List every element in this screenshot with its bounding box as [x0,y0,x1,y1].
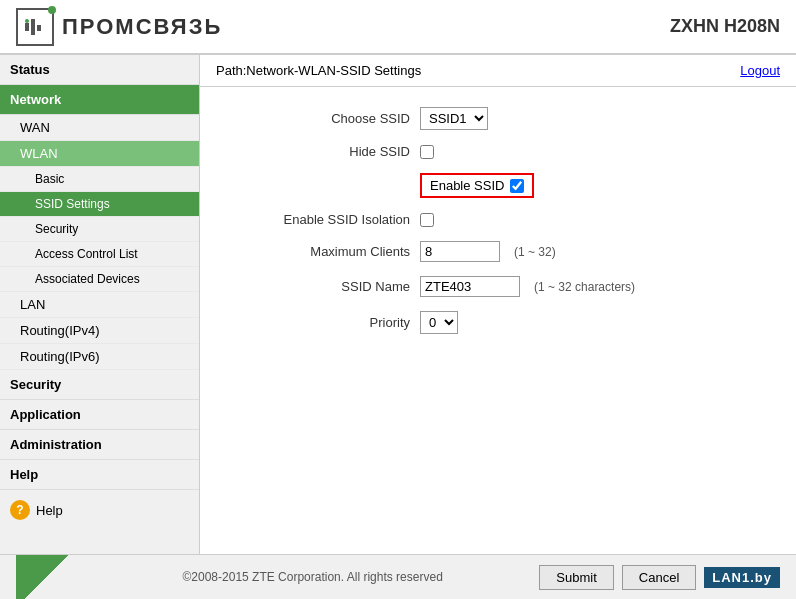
sidebar-item-routing-ipv6[interactable]: Routing(IPv6) [0,344,199,370]
sidebar-help[interactable]: ? Help [0,490,199,530]
max-clients-label: Maximum Clients [230,244,410,259]
sidebar-item-ssid-settings[interactable]: SSID Settings [0,192,199,217]
enable-ssid-row: Enable SSID [230,173,766,198]
enable-ssid-field: Enable SSID [420,173,534,198]
sidebar-item-associated-devices[interactable]: Associated Devices [0,267,199,292]
priority-field: 0123 4567 [420,311,458,334]
ssid-name-label: SSID Name [230,279,410,294]
sidebar-item-wlan[interactable]: WLAN [0,141,199,167]
footer-copyright: ©2008-2015 ZTE Corporation. All rights r… [86,570,539,584]
sidebar-item-administration[interactable]: Administration [0,430,199,460]
sidebar-item-wan[interactable]: WAN [0,115,199,141]
choose-ssid-select[interactable]: SSID1 SSID2 SSID3 SSID4 [420,107,488,130]
header: ПРОМСВЯЗЬ ZXHN H208N [0,0,796,55]
sidebar-item-network[interactable]: Network [0,85,199,115]
submit-button[interactable]: Submit [539,565,613,590]
logout-link[interactable]: Logout [740,63,780,78]
choose-ssid-label: Choose SSID [230,111,410,126]
sidebar: Status Network WAN WLAN Basic SSID Setti… [0,55,200,554]
ssid-name-hint: (1 ~ 32 characters) [534,280,635,294]
help-label: Help [36,503,63,518]
sidebar-item-help-nav[interactable]: Help [0,460,199,490]
ssid-name-field: (1 ~ 32 characters) [420,276,635,297]
enable-ssid-box: Enable SSID [420,173,534,198]
ssid-name-row: SSID Name (1 ~ 32 characters) [230,276,766,297]
hide-ssid-label: Hide SSID [230,144,410,159]
max-clients-row: Maximum Clients (1 ~ 32) [230,241,766,262]
ssid-isolation-checkbox[interactable] [420,213,434,227]
max-clients-field: (1 ~ 32) [420,241,556,262]
priority-row: Priority 0123 4567 [230,311,766,334]
cancel-button[interactable]: Cancel [622,565,696,590]
svg-point-3 [25,19,29,23]
ssid-isolation-field [420,213,434,227]
choose-ssid-row: Choose SSID SSID1 SSID2 SSID3 SSID4 [230,107,766,130]
hide-ssid-field [420,145,434,159]
enable-ssid-label: Enable SSID [430,178,504,193]
max-clients-hint: (1 ~ 32) [514,245,556,259]
footer-right: Submit Cancel LAN1.by [539,565,780,590]
content-area: Choose SSID SSID1 SSID2 SSID3 SSID4 Hide… [200,87,796,554]
max-clients-input[interactable] [420,241,500,262]
sidebar-item-basic[interactable]: Basic [0,167,199,192]
sidebar-item-routing-ipv4[interactable]: Routing(IPv4) [0,318,199,344]
sidebar-item-status[interactable]: Status [0,55,199,85]
header-logo: ПРОМСВЯЗЬ [16,8,222,46]
ssid-name-input[interactable] [420,276,520,297]
path-bar: Path:Network-WLAN-SSID Settings Logout [200,55,796,87]
hide-ssid-checkbox[interactable] [420,145,434,159]
svg-rect-2 [37,25,41,31]
lan1-badge: LAN1.by [704,567,780,588]
ssid-isolation-row: Enable SSID Isolation [230,212,766,227]
sidebar-item-acl[interactable]: Access Control List [0,242,199,267]
device-name: ZXHN H208N [670,16,780,37]
enable-ssid-checkbox[interactable] [510,179,524,193]
priority-label: Priority [230,315,410,330]
svg-rect-0 [25,23,29,31]
sidebar-item-security[interactable]: Security [0,370,199,400]
svg-rect-1 [31,19,35,35]
brand-name: ПРОМСВЯЗЬ [62,14,222,40]
sidebar-item-application[interactable]: Application [0,400,199,430]
priority-select[interactable]: 0123 4567 [420,311,458,334]
footer-left [16,555,86,600]
choose-ssid-field: SSID1 SSID2 SSID3 SSID4 [420,107,488,130]
help-icon: ? [10,500,30,520]
footer-stripe [16,555,76,600]
main-panel: Path:Network-WLAN-SSID Settings Logout C… [200,55,796,554]
sidebar-item-lan[interactable]: LAN [0,292,199,318]
logo-icon [16,8,54,46]
footer: ©2008-2015 ZTE Corporation. All rights r… [0,554,796,599]
main-layout: Status Network WAN WLAN Basic SSID Setti… [0,55,796,554]
ssid-isolation-label: Enable SSID Isolation [230,212,410,227]
breadcrumb: Path:Network-WLAN-SSID Settings [216,63,421,78]
hide-ssid-row: Hide SSID [230,144,766,159]
sidebar-item-security-sub[interactable]: Security [0,217,199,242]
